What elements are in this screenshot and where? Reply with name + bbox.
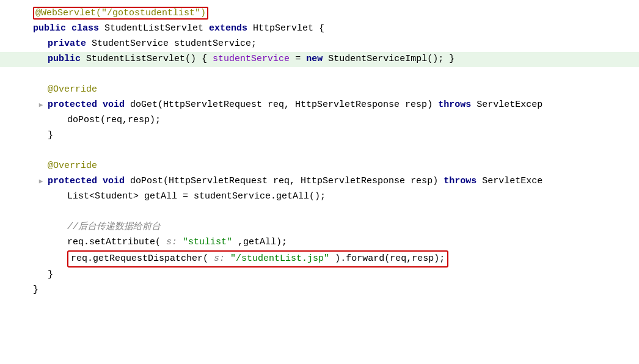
collapse-icon-1[interactable]: ▶ [37,100,45,111]
code-line-5 [0,67,639,82]
line-content-15: //后台传递数据给前台 [65,220,639,235]
code-line-12: ▶ protected void doPost(HttpServletReque… [0,174,639,189]
dispatcher-highlight: req.getRequestDispatcher( s: "/studentLi… [67,250,448,268]
line-content-1: @WebServlet("/gotostudentlist") [31,6,639,21]
collapse-icon-2[interactable]: ▶ [37,177,45,187]
line-content-10 [31,144,639,158]
keyword-public: public class [33,23,99,34]
line-content-8: doPost(req,resp); [65,113,639,128]
code-line-8: doPost(req,resp); [0,113,639,128]
code-line-13: List<Student> getAll = studentService.ge… [0,189,639,205]
line-content-18: } [45,268,639,282]
code-line-9: } [0,128,639,144]
line-content-11: @Override [45,159,639,173]
annotation-override-2: @Override [48,161,97,171]
line-content-19: } [31,283,639,297]
line-content-2: public class StudentListServlet extends … [31,21,639,36]
code-line-17: req.getRequestDispatcher( s: "/studentLi… [0,250,639,268]
line-content-14 [31,205,639,219]
code-line-4: public StudentListServlet() { studentSer… [0,52,639,67]
line-content-17: req.getRequestDispatcher( s: "/studentLi… [65,250,639,268]
code-line-11: @Override [0,159,639,174]
code-line-3: private StudentService studentService; [0,37,639,52]
line-content-6: @Override [45,82,639,97]
code-line-14 [0,205,639,220]
annotation-override-1: @Override [48,84,97,95]
code-line-2: public class StudentListServlet extends … [0,21,639,37]
line-content-13: List<Student> getAll = studentService.ge… [65,189,639,204]
line-content-4: public StudentListServlet() { studentSer… [45,52,639,67]
line-content-7: protected void doGet(HttpServletRequest … [45,98,639,112]
code-line-15: //后台传递数据给前台 [0,220,639,235]
code-line-7: ▶ protected void doGet(HttpServletReques… [0,98,639,113]
code-editor: @WebServlet("/gotostudentlist") public c… [0,0,639,364]
code-line-19: } [0,283,639,298]
annotation-highlight: @WebServlet("/gotostudentlist") [33,7,208,20]
code-line-16: req.setAttribute( s: "stulist" ,getAll); [0,235,639,250]
comment-backend: //后台传递数据给前台 [67,222,161,232]
code-line-6: @Override [0,82,639,98]
line-content-12: protected void doPost(HttpServletRequest… [45,174,639,189]
code-line-18: } [0,268,639,283]
code-line-10 [0,144,639,159]
line-content-16: req.setAttribute( s: "stulist" ,getAll); [65,235,639,250]
code-line-1: @WebServlet("/gotostudentlist") [0,6,639,21]
line-content-3: private StudentService studentService; [45,37,639,51]
line-content-9: } [45,128,639,143]
line-content-5 [31,67,639,82]
annotation-webservlet: @WebServlet("/gotostudentlist") [35,8,206,18]
